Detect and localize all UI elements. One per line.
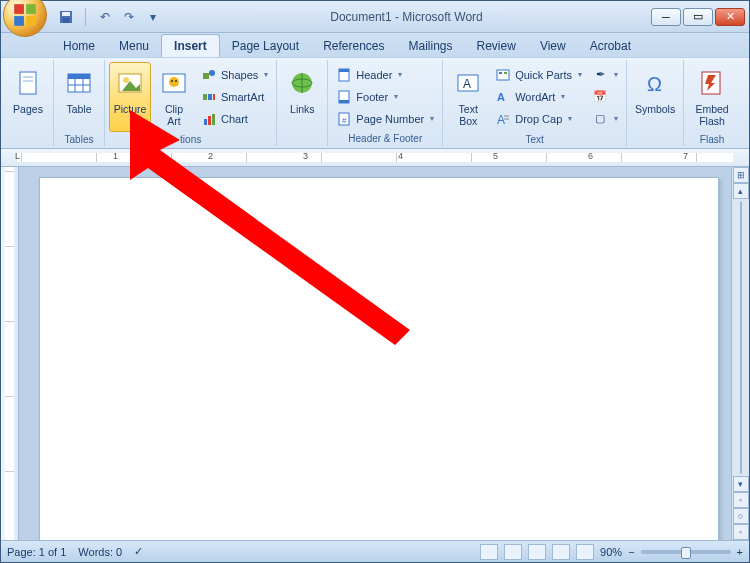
proofing-icon[interactable]: ✓ [134,545,143,558]
zoom-out-button[interactable]: − [628,546,634,558]
picture-button[interactable]: Picture [109,62,151,132]
zoom-slider[interactable] [641,550,731,554]
tab-insert[interactable]: Insert [161,34,220,57]
links-button[interactable]: Links [281,62,323,132]
svg-rect-8 [23,76,33,78]
object-button[interactable]: ▢▾ [588,108,622,129]
svg-rect-0 [14,4,24,14]
svg-rect-33 [339,69,349,72]
shapes-label: Shapes [221,69,258,81]
browse-object-button[interactable]: ○ [733,508,749,524]
scroll-up-button[interactable]: ▴ [733,183,749,199]
group-tables: Table Tables [54,60,105,146]
chart-icon [201,111,217,127]
clipart-button[interactable]: Clip Art [153,62,195,132]
svg-rect-29 [212,114,215,125]
text-box-button[interactable]: A Text Box [447,62,489,132]
symbols-icon: Ω [639,67,671,99]
tab-home[interactable]: Home [51,35,107,57]
view-fullscreen-button[interactable] [504,544,522,560]
header-button[interactable]: Header▾ [332,64,438,85]
svg-rect-24 [203,94,207,100]
ruler-toggle-button[interactable]: ⊞ [733,167,749,183]
signature-button[interactable]: ✒▾ [588,64,622,85]
clipart-icon [158,67,190,99]
svg-text:A: A [463,77,471,91]
vertical-scrollbar[interactable]: ⊞ ▴ ▾ ◦ ○ ◦ [731,167,749,540]
quick-access-toolbar: ↶ ↷ ▾ [57,8,162,26]
zoom-in-button[interactable]: + [737,546,743,558]
header-icon [336,67,352,83]
group-flash-label: Flash [688,132,736,145]
date-time-icon: 📅 [592,89,608,105]
links-label: Links [290,103,315,115]
smartart-icon [201,89,217,105]
undo-icon[interactable]: ↶ [96,8,114,26]
view-draft-button[interactable] [576,544,594,560]
close-button[interactable]: ✕ [715,8,745,26]
quick-parts-button[interactable]: Quick Parts▾ [491,64,586,85]
symbols-label: Symbols [635,103,675,115]
footer-label: Footer [356,91,388,103]
pages-icon [12,67,44,99]
svg-rect-3 [26,16,36,26]
status-page[interactable]: Page: 1 of 1 [7,546,66,558]
next-page-button[interactable]: ◦ [733,524,749,540]
quick-parts-label: Quick Parts [515,69,572,81]
maximize-button[interactable]: ▭ [683,8,713,26]
table-label: Table [66,103,91,115]
drop-cap-button[interactable]: A Drop Cap▾ [491,108,586,129]
document-area: ⊞ ▴ ▾ ◦ ○ ◦ [1,167,749,540]
redo-icon[interactable]: ↷ [120,8,138,26]
shapes-button[interactable]: Shapes▾ [197,64,272,85]
tab-review[interactable]: Review [465,35,528,57]
minimize-button[interactable]: ─ [651,8,681,26]
zoom-level[interactable]: 90% [600,546,622,558]
symbols-button[interactable]: Ω Symbols [631,62,679,132]
svg-rect-42 [504,72,507,74]
scroll-thumb[interactable] [740,201,742,474]
tab-acrobat[interactable]: Acrobat [578,35,643,57]
page-viewport[interactable] [19,167,731,540]
save-icon[interactable] [57,8,75,26]
table-button[interactable]: Table [58,62,100,132]
shapes-icon [201,67,217,83]
chart-label: Chart [221,113,248,125]
view-print-layout-button[interactable] [480,544,498,560]
footer-button[interactable]: Footer▾ [332,86,438,107]
tab-view[interactable]: View [528,35,578,57]
prev-page-button[interactable]: ◦ [733,492,749,508]
tab-page-layout[interactable]: Page Layout [220,35,311,57]
embed-flash-button[interactable]: Embed Flash [688,62,736,132]
office-button[interactable] [3,0,47,37]
group-flash: Embed Flash Flash [684,60,740,146]
tab-references[interactable]: References [311,35,396,57]
flash-icon [696,67,728,99]
group-pages-label [7,142,49,144]
svg-point-23 [209,70,215,76]
picture-label: Picture [114,103,147,115]
smartart-button[interactable]: SmartArt [197,86,272,107]
group-header-footer-label: Header & Footer [332,131,438,144]
date-time-button[interactable]: 📅 [588,86,622,107]
svg-rect-9 [23,80,33,82]
view-web-layout-button[interactable] [528,544,546,560]
wordart-button[interactable]: A WordArt▾ [491,86,586,107]
svg-rect-41 [499,72,502,74]
horizontal-ruler[interactable]: L 1 2 3 4 5 6 7 [1,149,749,167]
page-number-button[interactable]: # Page Number▾ [332,108,438,129]
group-links-label [281,142,323,144]
tab-menu[interactable]: Menu [107,35,161,57]
view-outline-button[interactable] [552,544,570,560]
document-page[interactable] [39,177,719,540]
tab-mailings[interactable]: Mailings [397,35,465,57]
svg-text:#: # [342,116,347,125]
vertical-ruler[interactable] [1,167,19,540]
svg-rect-1 [26,4,36,14]
ribbon-tabs: Home Menu Insert Page Layout References … [1,33,749,57]
pages-button[interactable]: Pages [7,62,49,132]
qat-more-icon[interactable]: ▾ [144,8,162,26]
scroll-down-button[interactable]: ▾ [733,476,749,492]
status-words[interactable]: Words: 0 [78,546,122,558]
chart-button[interactable]: Chart [197,108,272,129]
